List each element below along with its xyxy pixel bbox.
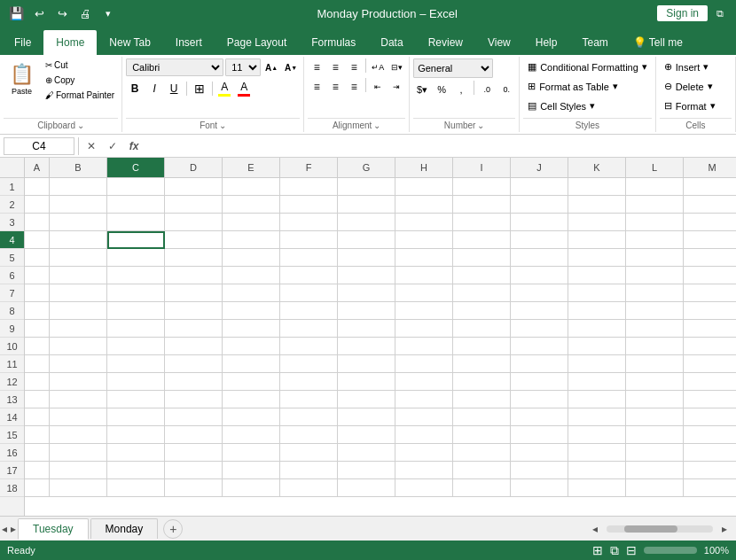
cell-J2[interactable]	[511, 196, 568, 214]
sheet-tab-monday[interactable]: Monday	[90, 518, 159, 539]
cell-G11[interactable]	[338, 355, 395, 373]
cell-reference-input[interactable]	[4, 137, 74, 155]
cell-L15[interactable]	[626, 426, 684, 444]
fill-color-button[interactable]: A	[216, 79, 232, 98]
sheet-scroll-left-btn[interactable]: ◂	[0, 521, 9, 537]
cell-M9[interactable]	[684, 320, 736, 338]
cell-H8[interactable]	[395, 302, 453, 320]
sheet-scroll-right-btn[interactable]: ▸	[9, 521, 18, 537]
cell-H14[interactable]	[395, 408, 453, 426]
cell-A14[interactable]	[25, 408, 50, 426]
cell-E15[interactable]	[223, 426, 280, 444]
cell-A5[interactable]	[25, 249, 50, 267]
cell-L17[interactable]	[626, 462, 684, 479]
cell-J8[interactable]	[511, 302, 568, 320]
cell-D6[interactable]	[165, 267, 223, 284]
col-header-A[interactable]: A	[25, 158, 50, 177]
row-header-9[interactable]: 9	[0, 320, 24, 338]
format-as-table-button[interactable]: ⊞ Format as Table ▾	[523, 78, 622, 95]
cell-E10[interactable]	[223, 338, 280, 355]
cell-L6[interactable]	[626, 267, 684, 284]
cell-M5[interactable]	[684, 249, 736, 267]
cell-M11[interactable]	[684, 355, 736, 373]
cell-J7[interactable]	[511, 284, 568, 302]
col-header-K[interactable]: K	[568, 158, 626, 177]
cell-F12[interactable]	[280, 373, 338, 391]
cell-C14[interactable]	[107, 408, 165, 426]
cell-D18[interactable]	[165, 479, 223, 497]
cell-E12[interactable]	[223, 373, 280, 391]
row-header-16[interactable]: 16	[0, 444, 24, 462]
cell-G15[interactable]	[338, 426, 395, 444]
font-family-select[interactable]: Calibri Arial Times New Roman	[126, 58, 223, 76]
cell-B6[interactable]	[50, 267, 107, 284]
cell-A12[interactable]	[25, 373, 50, 391]
cell-F5[interactable]	[280, 249, 338, 267]
row-header-3[interactable]: 3	[0, 214, 24, 231]
cell-D7[interactable]	[165, 284, 223, 302]
cell-B5[interactable]	[50, 249, 107, 267]
insert-button[interactable]: ⊕ Insert ▾	[660, 58, 714, 75]
cell-G7[interactable]	[338, 284, 395, 302]
sign-in-button[interactable]: Sign in	[657, 5, 708, 21]
cell-H4[interactable]	[395, 231, 453, 249]
cell-C17[interactable]	[107, 462, 165, 479]
row-header-4[interactable]: 4	[0, 231, 24, 249]
row-header-8[interactable]: 8	[0, 302, 24, 320]
cell-I14[interactable]	[453, 408, 511, 426]
cell-B18[interactable]	[50, 479, 107, 497]
cell-J13[interactable]	[511, 391, 568, 408]
tab-tell-me[interactable]: 💡Tell me	[621, 30, 695, 55]
cell-D8[interactable]	[165, 302, 223, 320]
cell-C6[interactable]	[107, 267, 165, 284]
decrease-decimal-button[interactable]: 0.	[497, 81, 515, 98]
cell-styles-button[interactable]: ▤ Cell Styles ▾	[523, 97, 599, 114]
cell-A4[interactable]	[25, 231, 50, 249]
row-header-5[interactable]: 5	[0, 249, 24, 267]
cell-F6[interactable]	[280, 267, 338, 284]
cell-B11[interactable]	[50, 355, 107, 373]
cell-C9[interactable]	[107, 320, 165, 338]
cell-B17[interactable]	[50, 462, 107, 479]
cell-D14[interactable]	[165, 408, 223, 426]
decrease-indent-button[interactable]: ⇤	[369, 78, 387, 96]
cell-G8[interactable]	[338, 302, 395, 320]
cell-I11[interactable]	[453, 355, 511, 373]
merge-center-button[interactable]: ⊟▾	[388, 58, 405, 76]
zoom-slider[interactable]	[644, 547, 697, 554]
tab-team[interactable]: Team	[569, 30, 620, 55]
cell-I5[interactable]	[453, 249, 511, 267]
cell-C11[interactable]	[107, 355, 165, 373]
cell-B12[interactable]	[50, 373, 107, 391]
cell-K1[interactable]	[568, 178, 626, 196]
cell-H18[interactable]	[395, 479, 453, 497]
cell-J6[interactable]	[511, 267, 568, 284]
cell-H12[interactable]	[395, 373, 453, 391]
redo-icon[interactable]: ↪	[53, 4, 71, 22]
cell-H3[interactable]	[395, 214, 453, 231]
cell-C18[interactable]	[107, 479, 165, 497]
cell-G4[interactable]	[338, 231, 395, 249]
cell-I10[interactable]	[453, 338, 511, 355]
cell-L16[interactable]	[626, 444, 684, 462]
cell-K11[interactable]	[568, 355, 626, 373]
page-break-icon[interactable]: ⊟	[626, 543, 637, 557]
cell-A7[interactable]	[25, 284, 50, 302]
cell-E9[interactable]	[223, 320, 280, 338]
comma-button[interactable]: ,	[452, 81, 470, 98]
cell-C1[interactable]	[107, 178, 165, 196]
cell-H10[interactable]	[395, 338, 453, 355]
cell-L5[interactable]	[626, 249, 684, 267]
cell-G5[interactable]	[338, 249, 395, 267]
alignment-expand-icon[interactable]: ⌄	[373, 121, 380, 130]
row-header-17[interactable]: 17	[0, 462, 24, 479]
col-header-I[interactable]: I	[453, 158, 511, 177]
cell-D12[interactable]	[165, 373, 223, 391]
cell-D15[interactable]	[165, 426, 223, 444]
insert-function-button[interactable]: fx	[125, 137, 143, 155]
cell-D13[interactable]	[165, 391, 223, 408]
cell-I3[interactable]	[453, 214, 511, 231]
cell-F9[interactable]	[280, 320, 338, 338]
cell-B16[interactable]	[50, 444, 107, 462]
cell-A18[interactable]	[25, 479, 50, 497]
